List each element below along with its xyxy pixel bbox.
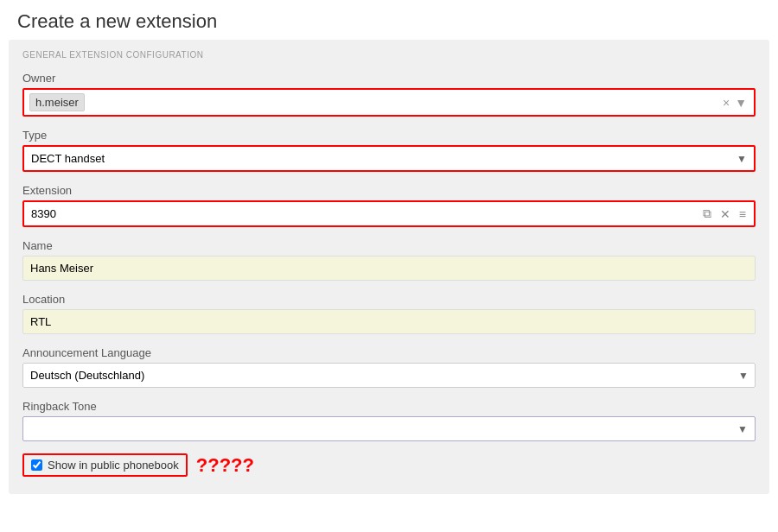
phonebook-checkbox-wrapper[interactable]: Show in public phonebook <box>22 453 188 477</box>
ringback-tone-select[interactable] <box>23 417 755 440</box>
question-marks: ????? <box>196 454 254 477</box>
ringback-tone-wrapper[interactable]: ▼ <box>22 416 756 441</box>
extension-field-group: Extension ⧉ ✕ ≡ <box>22 184 756 227</box>
owner-dropdown-icon[interactable]: ▼ <box>733 96 749 110</box>
name-input[interactable] <box>22 256 756 281</box>
section-title: GENERAL EXTENSION CONFIGURATION <box>22 50 756 60</box>
clear-icon[interactable]: ✕ <box>717 206 733 223</box>
type-select[interactable]: DECT handset SIP Analog Virtual <box>24 147 754 170</box>
announcement-language-select[interactable]: Deutsch (Deutschland) English (US) Engli… <box>22 363 756 388</box>
owner-input[interactable] <box>88 96 719 109</box>
extension-input[interactable] <box>24 202 695 225</box>
type-select-wrapper[interactable]: DECT handset SIP Analog Virtual ▼ <box>22 145 756 172</box>
owner-input-wrapper[interactable]: h.meiser × ▼ <box>22 88 756 117</box>
owner-tag: h.meiser <box>29 93 85 111</box>
page-title: Create a new extension <box>0 0 778 40</box>
owner-clear-icon[interactable]: × <box>719 96 733 110</box>
announcement-language-wrapper[interactable]: Deutsch (Deutschland) English (US) Engli… <box>22 363 756 388</box>
announcement-language-label: Announcement Language <box>22 346 756 359</box>
name-label: Name <box>22 239 756 252</box>
type-field-group: Type DECT handset SIP Analog Virtual ▼ <box>22 129 756 172</box>
form-container: GENERAL EXTENSION CONFIGURATION Owner h.… <box>9 40 769 494</box>
list-icon[interactable]: ≡ <box>737 206 749 223</box>
phonebook-checkbox[interactable] <box>31 459 42 471</box>
ringback-tone-field-group: Ringback Tone ▼ <box>22 400 756 441</box>
type-label: Type <box>22 129 756 142</box>
extension-icons-group: ⧉ ✕ ≡ <box>695 205 754 223</box>
location-label: Location <box>22 293 756 306</box>
ringback-tone-label: Ringback Tone <box>22 400 756 413</box>
owner-label: Owner <box>22 72 756 85</box>
owner-field-group: Owner h.meiser × ▼ <box>22 72 756 117</box>
announcement-language-field-group: Announcement Language Deutsch (Deutschla… <box>22 346 756 388</box>
copy-icon[interactable]: ⧉ <box>700 205 714 223</box>
name-field-group: Name <box>22 239 756 281</box>
extension-label: Extension <box>22 184 756 197</box>
location-input[interactable] <box>22 309 756 334</box>
phonebook-label[interactable]: Show in public phonebook <box>48 459 179 472</box>
phonebook-row: Show in public phonebook ????? <box>22 453 756 477</box>
extension-input-wrapper[interactable]: ⧉ ✕ ≡ <box>22 200 756 227</box>
location-field-group: Location <box>22 293 756 334</box>
